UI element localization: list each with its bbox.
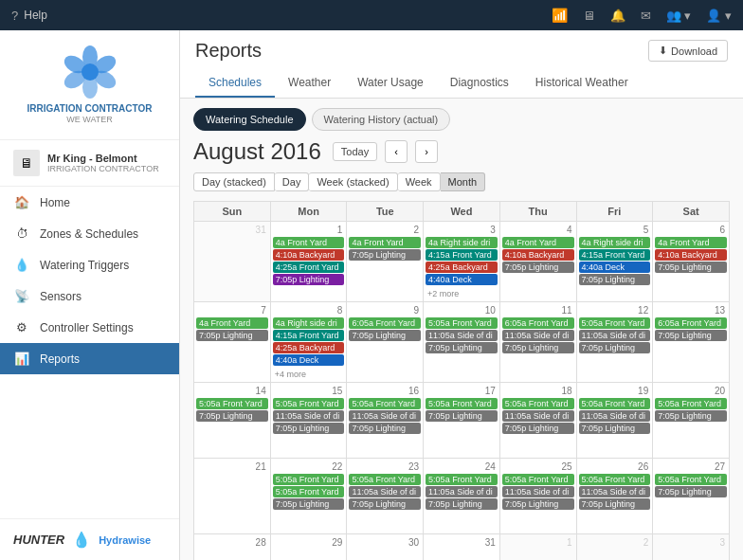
calendar-event[interactable]: 4a Front Yard — [273, 237, 345, 248]
calendar-event[interactable]: 5:05a Front Yard — [349, 474, 421, 485]
calendar-event[interactable]: 4a Front Yard — [349, 237, 421, 248]
calendar-event[interactable]: 11:05a Side of di — [349, 410, 421, 422]
calendar-event[interactable]: 4:15a Front Yard — [426, 249, 498, 261]
calendar-event[interactable]: 4:10a Backyard — [273, 249, 345, 261]
calendar-event[interactable]: 7:05p Lighting — [579, 274, 651, 285]
calendar-event[interactable]: 11:05a Side of di — [579, 330, 651, 341]
calendar-event[interactable]: 7:05p Lighting — [273, 423, 345, 434]
tab-water-usage[interactable]: Water Usage — [344, 69, 437, 98]
calendar-event[interactable]: 4a Front Yard — [502, 237, 574, 248]
calendar-event[interactable]: 4a Right side dri — [426, 237, 498, 248]
sidebar-item-controller[interactable]: ⚙ Controller Settings — [0, 312, 179, 343]
sidebar-item-home[interactable]: 🏠 Home — [0, 187, 179, 218]
calendar-event[interactable]: 5:05a Front Yard — [655, 474, 727, 485]
calendar-event[interactable]: 7:05p Lighting — [502, 423, 574, 434]
calendar-event[interactable]: 5:05a Front Yard — [579, 398, 651, 409]
calendar-event[interactable]: 4:25a Backyard — [273, 342, 345, 353]
day-stacked-view-button[interactable]: Day (stacked) — [193, 172, 275, 191]
calendar-event[interactable]: 11:05a Side of di — [502, 410, 574, 422]
calendar-event[interactable]: 5:05a Front Yard — [273, 474, 345, 485]
sidebar-item-reports[interactable]: 📊 Reports — [0, 343, 179, 374]
calendar-event[interactable]: 5:05a Front Yard — [579, 317, 651, 329]
calendar-event[interactable]: 7:05p Lighting — [502, 342, 574, 353]
week-view-button[interactable]: Week — [398, 172, 441, 191]
calendar-event[interactable]: 4:10a Backyard — [502, 249, 574, 261]
sidebar-item-triggers[interactable]: 💧 Watering Triggers — [0, 249, 179, 280]
calendar-event[interactable]: 4:15a Front Yard — [273, 330, 345, 341]
calendar-event[interactable]: 7:05p Lighting — [349, 423, 421, 434]
desktop-icon[interactable]: 🖥 — [583, 9, 595, 23]
day-view-button[interactable]: Day — [275, 172, 310, 191]
calendar-event[interactable]: 11:05a Side of di — [349, 486, 421, 497]
users-icon[interactable]: 👥 ▾ — [666, 9, 692, 23]
calendar-event[interactable]: 7:05p Lighting — [426, 498, 498, 510]
month-view-button[interactable]: Month — [441, 172, 486, 191]
calendar-event[interactable]: 6:05a Front Yard — [349, 317, 421, 329]
download-button[interactable]: ⬇ Download — [648, 40, 728, 62]
calendar-event[interactable]: 5:05a Front Yard — [273, 398, 345, 409]
calendar-event[interactable]: 5:05a Front Yard — [426, 398, 498, 409]
calendar-event[interactable]: 6:05a Front Yard — [655, 317, 727, 329]
calendar-event[interactable]: 4a Right side dri — [579, 237, 651, 248]
calendar-event[interactable]: 4a Front Yard — [196, 317, 268, 329]
wifi-icon[interactable]: 📶 — [552, 8, 568, 23]
bell-icon[interactable]: 🔔 — [610, 9, 625, 23]
calendar-event[interactable]: 5:05a Front Yard — [579, 474, 651, 485]
calendar-event[interactable]: 5:05a Front Yard — [349, 398, 421, 409]
calendar-event[interactable]: 7:05p Lighting — [655, 330, 727, 341]
calendar-event[interactable]: 4:40a Deck — [426, 274, 498, 285]
tab-diagnostics[interactable]: Diagnostics — [437, 69, 522, 98]
watering-history-button[interactable]: Watering History (actual) — [312, 108, 451, 131]
calendar-event[interactable]: 7:05p Lighting — [426, 410, 498, 422]
calendar-event[interactable]: 4a Front Yard — [655, 237, 727, 248]
calendar-event[interactable]: 4:25a Front Yard — [273, 262, 345, 273]
user-icon[interactable]: 👤 ▾ — [706, 9, 732, 23]
calendar-event[interactable]: 4:40a Deck — [273, 354, 345, 366]
calendar-event[interactable]: 5:05a Front Yard — [273, 486, 345, 497]
calendar-event[interactable]: 7:05p Lighting — [655, 410, 727, 422]
mail-icon[interactable]: ✉ — [641, 9, 651, 23]
calendar-event[interactable]: 7:05p Lighting — [502, 498, 574, 510]
calendar-event[interactable]: 5:05a Front Yard — [655, 398, 727, 409]
calendar-event[interactable]: 11:05a Side of di — [502, 330, 574, 341]
sidebar-item-zones[interactable]: ⏱ Zones & Schedules — [0, 218, 179, 249]
tab-schedules[interactable]: Schedules — [195, 69, 275, 98]
calendar-event[interactable]: 7:05p Lighting — [579, 423, 651, 434]
calendar-event[interactable]: 7:05p Lighting — [196, 330, 268, 341]
calendar-event[interactable]: 7:05p Lighting — [273, 498, 345, 510]
calendar-event[interactable]: 7:05p Lighting — [349, 330, 421, 341]
calendar-event[interactable]: 6:05a Front Yard — [502, 317, 574, 329]
calendar-event[interactable]: 11:05a Side of di — [579, 486, 651, 497]
prev-month-button[interactable]: ‹ — [385, 140, 408, 163]
calendar-event[interactable]: 11:05a Side of di — [579, 410, 651, 422]
calendar-event[interactable]: 7:05p Lighting — [655, 262, 727, 273]
calendar-event[interactable]: 7:05p Lighting — [349, 498, 421, 510]
more-events-link[interactable]: +4 more — [275, 370, 306, 379]
calendar-event[interactable]: 5:05a Front Yard — [196, 398, 268, 409]
calendar-event[interactable]: 7:05p Lighting — [426, 342, 498, 353]
calendar-event[interactable]: 11:05a Side of di — [426, 330, 498, 341]
calendar-event[interactable]: 4:10a Backyard — [655, 249, 727, 261]
calendar-event[interactable]: 4a Right side dri — [273, 317, 345, 329]
calendar-event[interactable]: 7:05p Lighting — [273, 274, 345, 285]
calendar-event[interactable]: 11:05a Side of di — [426, 486, 498, 497]
tab-weather[interactable]: Weather — [275, 69, 344, 98]
week-stacked-view-button[interactable]: Week (stacked) — [309, 172, 397, 191]
calendar-event[interactable]: 7:05p Lighting — [502, 262, 574, 273]
more-events-link[interactable]: +2 more — [427, 289, 459, 298]
calendar-event[interactable]: 4:40a Deck — [579, 262, 651, 273]
calendar-event[interactable]: 11:05a Side of di — [502, 486, 574, 497]
calendar-event[interactable]: 7:05p Lighting — [579, 342, 651, 353]
calendar-event[interactable]: 11:05a Side of di — [273, 410, 345, 422]
calendar-event[interactable]: 4:15a Front Yard — [579, 249, 651, 261]
calendar-event[interactable]: 5:05a Front Yard — [426, 317, 498, 329]
calendar-event[interactable]: 5:05a Front Yard — [502, 474, 574, 485]
calendar-event[interactable]: 7:05p Lighting — [196, 410, 268, 422]
tab-historical-weather[interactable]: Historical Weather — [522, 69, 642, 98]
watering-schedule-button[interactable]: Watering Schedule — [193, 108, 306, 131]
sidebar-item-sensors[interactable]: 📡 Sensors — [0, 280, 179, 312]
calendar-event[interactable]: 4:25a Backyard — [426, 262, 498, 273]
today-button[interactable]: Today — [333, 142, 377, 161]
calendar-event[interactable]: 7:05p Lighting — [349, 249, 421, 261]
calendar-event[interactable]: 7:05p Lighting — [579, 498, 651, 510]
